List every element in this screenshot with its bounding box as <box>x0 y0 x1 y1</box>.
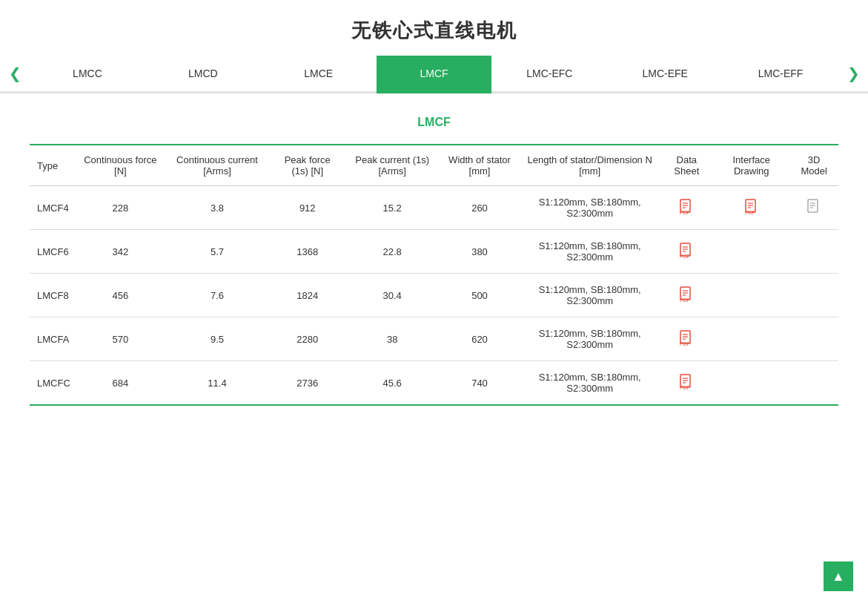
cell-peak-force: 2280 <box>270 317 345 361</box>
cell-peak-force: 1824 <box>270 274 345 317</box>
cell-datasheet[interactable]: PDF <box>660 317 713 361</box>
cell-peak-current: 22.8 <box>345 230 440 274</box>
pdf-icon[interactable]: PDF <box>678 243 695 259</box>
tab-navigation: ❮ LMCCLMCDLMCELMCFLMC-EFCLMC-EFELMC-EFF … <box>0 56 868 93</box>
col-header-2: Continuous current [Arms] <box>165 145 270 186</box>
cell-cont-force: 228 <box>76 186 165 230</box>
cell-type: LMCF6 <box>30 230 76 274</box>
col-header-3: Peak force (1s) [N] <box>270 145 345 186</box>
cell-cont-current: 5.7 <box>165 230 270 274</box>
cell-datasheet[interactable]: PDF <box>660 230 713 274</box>
cell-width: 380 <box>440 230 520 274</box>
col-header-4: Peak current (1s) [Arms] <box>345 145 440 186</box>
svg-text:PDF: PDF <box>680 297 690 303</box>
cell-peak-force: 1368 <box>270 230 345 274</box>
cell-3d[interactable] <box>789 186 838 230</box>
cell-length: S1:120mm, SB:180mm, S2:300mm <box>520 317 660 361</box>
cell-length: S1:120mm, SB:180mm, S2:300mm <box>520 361 660 406</box>
tab-item-lmcefe[interactable]: LMC-EFE <box>607 56 723 93</box>
table-row: LMCF84567.6182430.4500S1:120mm, SB:180mm… <box>30 274 838 317</box>
cell-cont-current: 7.6 <box>165 274 270 317</box>
col-header-5: Width of stator [mm] <box>440 145 520 186</box>
cell-3d <box>789 230 838 274</box>
cell-peak-current: 38 <box>345 317 440 361</box>
table-row: LMCF63425.7136822.8380S1:120mm, SB:180mm… <box>30 230 838 274</box>
svg-text:PDF: PDF <box>680 341 690 346</box>
product-table: TypeContinuous force [N]Continuous curre… <box>30 144 838 406</box>
cell-3d <box>789 361 838 406</box>
tab-item-lmcefc[interactable]: LMC-EFC <box>491 56 607 93</box>
cell-cont-current: 3.8 <box>165 186 270 230</box>
cell-type: LMCFC <box>30 361 76 406</box>
cell-width: 620 <box>440 317 520 361</box>
cell-drawing <box>713 230 789 274</box>
col-header-9: 3D Model <box>789 145 838 186</box>
page-title: 无铁心式直线电机 <box>0 0 868 56</box>
tab-next-arrow[interactable]: ❯ <box>838 65 868 82</box>
cell-width: 740 <box>440 361 520 406</box>
tab-prev-arrow[interactable]: ❮ <box>0 65 30 82</box>
cell-cont-force: 684 <box>76 361 165 406</box>
cell-cont-current: 9.5 <box>165 317 270 361</box>
col-header-7: Data Sheet <box>660 145 713 186</box>
pdf-icon[interactable]: PDF <box>678 330 695 346</box>
table-row: LMCFA5709.5228038620S1:120mm, SB:180mm, … <box>30 317 838 361</box>
cell-type: LMCFA <box>30 317 76 361</box>
cell-3d <box>789 274 838 317</box>
cell-peak-force: 2736 <box>270 361 345 406</box>
cell-peak-current: 30.4 <box>345 274 440 317</box>
cell-type: LMCF8 <box>30 274 76 317</box>
svg-text:PDF: PDF <box>680 210 690 215</box>
cell-type: LMCF4 <box>30 186 76 230</box>
section-title: LMCF <box>30 116 838 129</box>
tab-item-lmcf[interactable]: LMCF <box>377 56 492 93</box>
cell-drawing <box>713 317 789 361</box>
svg-text:PDF: PDF <box>745 210 755 215</box>
cell-length: S1:120mm, SB:180mm, S2:300mm <box>520 186 660 230</box>
tab-item-lmcc[interactable]: LMCC <box>30 56 145 93</box>
col-header-0: Type <box>30 145 76 186</box>
col-header-1: Continuous force [N] <box>76 145 165 186</box>
cell-length: S1:120mm, SB:180mm, S2:300mm <box>520 230 660 274</box>
tab-item-lmce[interactable]: LMCE <box>261 56 377 93</box>
cell-peak-force: 912 <box>270 186 345 230</box>
cell-drawing <box>713 361 789 406</box>
tab-items: LMCCLMCDLMCELMCFLMC-EFCLMC-EFELMC-EFF <box>30 56 838 91</box>
cell-peak-current: 15.2 <box>345 186 440 230</box>
cell-drawing <box>713 274 789 317</box>
table-body: LMCF42283.891215.2260S1:120mm, SB:180mm,… <box>30 186 838 406</box>
cell-peak-current: 45.6 <box>345 361 440 406</box>
cell-width: 260 <box>440 186 520 230</box>
pdf-icon[interactable]: PDF <box>678 374 695 390</box>
tab-item-lmcd[interactable]: LMCD <box>145 56 261 93</box>
cell-cont-force: 570 <box>76 317 165 361</box>
cell-cont-current: 11.4 <box>165 361 270 406</box>
svg-text:PDF: PDF <box>680 385 690 390</box>
pdf-icon[interactable]: PDF <box>678 286 695 303</box>
table-header-row: TypeContinuous force [N]Continuous curre… <box>30 145 838 186</box>
cell-datasheet[interactable]: PDF <box>660 274 713 317</box>
cell-drawing[interactable]: PDF <box>713 186 789 230</box>
pdf-icon[interactable]: PDF <box>743 199 760 215</box>
cell-3d <box>789 317 838 361</box>
cell-length: S1:120mm, SB:180mm, S2:300mm <box>520 274 660 317</box>
cell-datasheet[interactable]: PDF <box>660 186 713 230</box>
svg-text:PDF: PDF <box>680 254 690 259</box>
pdf-icon[interactable]: PDF <box>678 199 695 215</box>
col-header-8: Interface Drawing <box>713 145 789 186</box>
cell-cont-force: 342 <box>76 230 165 274</box>
table-row: LMCFC68411.4273645.6740S1:120mm, SB:180m… <box>30 361 838 406</box>
table-row: LMCF42283.891215.2260S1:120mm, SB:180mm,… <box>30 186 838 230</box>
cell-width: 500 <box>440 274 520 317</box>
doc-icon[interactable] <box>806 199 822 215</box>
cell-cont-force: 456 <box>76 274 165 317</box>
col-header-6: Length of stator/Dimension N [mm] <box>520 145 660 186</box>
tab-item-lmceff[interactable]: LMC-EFF <box>723 56 838 93</box>
cell-datasheet[interactable]: PDF <box>660 361 713 406</box>
content-area: LMCF TypeContinuous force [N]Continuous … <box>0 93 868 435</box>
